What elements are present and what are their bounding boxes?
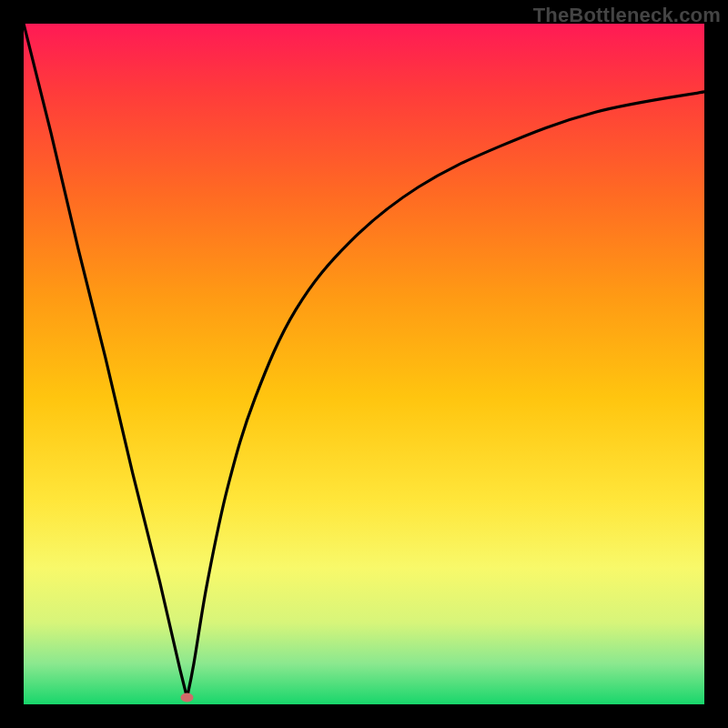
chart-frame: TheBottleneck.com — [0, 0, 728, 728]
chart-background — [24, 24, 704, 704]
bottleneck-chart — [24, 24, 704, 704]
minimum-marker — [181, 693, 194, 703]
